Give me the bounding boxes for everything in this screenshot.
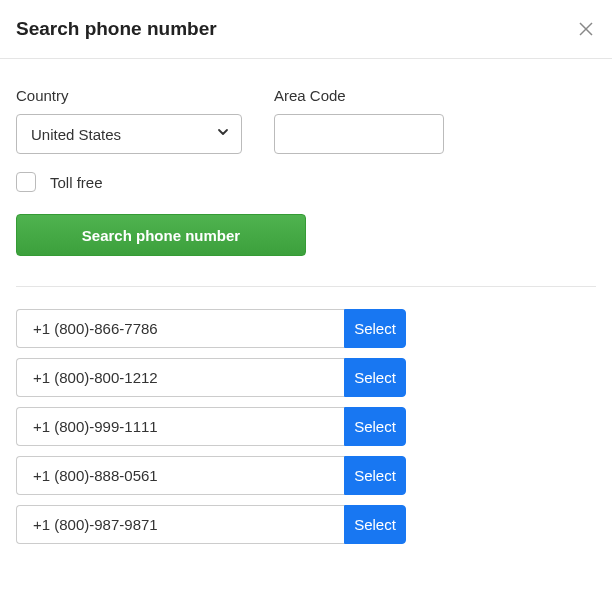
- close-icon: [579, 22, 593, 36]
- country-label: Country: [16, 87, 242, 104]
- close-button[interactable]: [576, 19, 596, 39]
- phone-number: +1 (800)-999-1111: [16, 407, 344, 446]
- result-row: +1 (800)-866-7786 Select: [16, 309, 406, 348]
- phone-number: +1 (800)-888-0561: [16, 456, 344, 495]
- phone-number: +1 (800)-987-9871: [16, 505, 344, 544]
- country-select[interactable]: United States: [16, 114, 242, 154]
- area-code-label: Area Code: [274, 87, 444, 104]
- results-list: +1 (800)-866-7786 Select +1 (800)-800-12…: [16, 309, 596, 544]
- select-button[interactable]: Select: [344, 505, 406, 544]
- area-code-input[interactable]: [274, 114, 444, 154]
- phone-number: +1 (800)-800-1212: [16, 358, 344, 397]
- toll-free-label: Toll free: [50, 174, 103, 191]
- toll-free-row: Toll free: [16, 172, 596, 192]
- country-select-wrap: United States: [16, 114, 242, 154]
- result-row: +1 (800)-999-1111 Select: [16, 407, 406, 446]
- search-button[interactable]: Search phone number: [16, 214, 306, 256]
- toll-free-checkbox[interactable]: [16, 172, 36, 192]
- form-row: Country United States Area Code: [16, 87, 596, 154]
- result-row: +1 (800)-888-0561 Select: [16, 456, 406, 495]
- result-row: +1 (800)-987-9871 Select: [16, 505, 406, 544]
- result-row: +1 (800)-800-1212 Select: [16, 358, 406, 397]
- modal-title: Search phone number: [16, 18, 217, 40]
- divider: [16, 286, 596, 287]
- country-group: Country United States: [16, 87, 242, 154]
- phone-number: +1 (800)-866-7786: [16, 309, 344, 348]
- select-button[interactable]: Select: [344, 358, 406, 397]
- select-button[interactable]: Select: [344, 456, 406, 495]
- modal-header: Search phone number: [0, 0, 612, 59]
- modal-content: Country United States Area Code Toll fre…: [0, 59, 612, 560]
- area-code-group: Area Code: [274, 87, 444, 154]
- select-button[interactable]: Select: [344, 309, 406, 348]
- select-button[interactable]: Select: [344, 407, 406, 446]
